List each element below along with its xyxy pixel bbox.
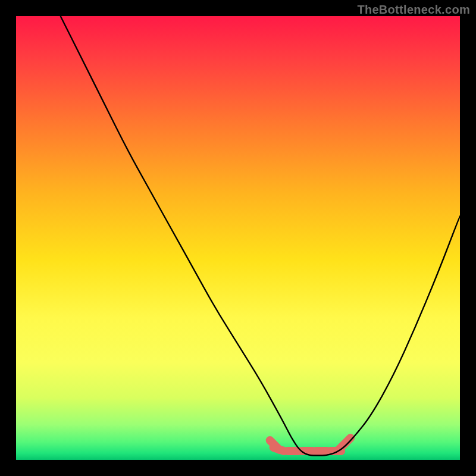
watermark-text: TheBottleneck.com [357, 3, 470, 17]
plot-area [16, 16, 460, 460]
chart-svg [16, 16, 460, 460]
chart-stage: TheBottleneck.com [0, 0, 476, 476]
bottleneck-curve [61, 16, 460, 456]
optimal-region-highlight [270, 438, 350, 451]
